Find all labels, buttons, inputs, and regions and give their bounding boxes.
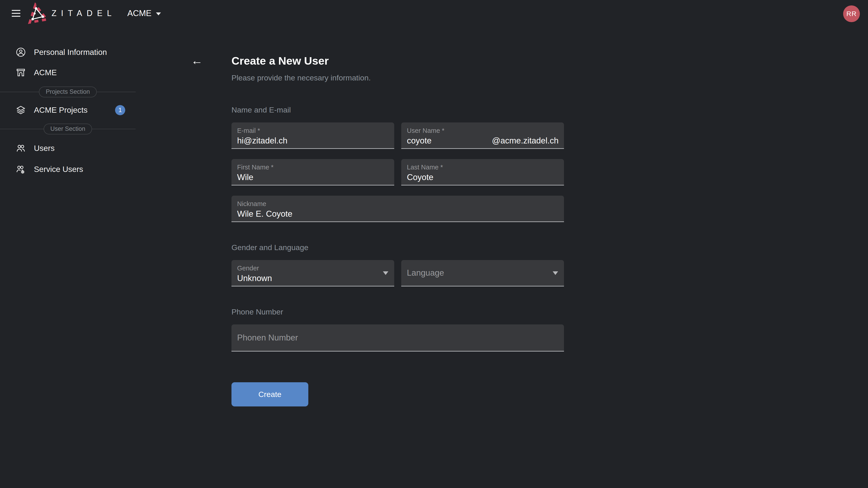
users-icon (16, 143, 26, 153)
lastname-field[interactable]: Last Name * Coyote (401, 159, 564, 186)
sidebar: Personal Information ACME Projects Secti… (0, 27, 135, 488)
arrow-left-icon: ← (191, 54, 203, 67)
sidebar-item-label: ACME Projects (34, 105, 88, 115)
username-label: User Name * (407, 126, 559, 135)
dropdown-arrow-icon (383, 271, 388, 275)
avatar-initials: RR (846, 10, 857, 18)
name-email-grid: E-mail * hi@zitadel.ch User Name * coyot… (231, 123, 564, 222)
create-user-page: Create a New User Please provide the nec… (231, 0, 564, 406)
lastname-value: Coyote (407, 172, 559, 183)
gender-language-grid: Gender Unknown Language (231, 260, 564, 287)
language-placeholder: Language (407, 267, 559, 278)
firstname-value: Wile (237, 172, 389, 183)
brand-wordmark: ZITADEL (52, 9, 116, 18)
layers-icon (16, 105, 26, 115)
sidebar-item-label: Personal Information (34, 48, 107, 57)
hamburger-menu-button[interactable] (12, 9, 20, 17)
phone-field[interactable]: Phonen Number (231, 324, 564, 352)
username-value: coyote (407, 135, 432, 147)
org-selector-label: ACME (127, 8, 151, 18)
section-pill-label: Projects Section (39, 87, 96, 97)
person-circle-icon (16, 47, 26, 57)
nickname-value: Wile E. Coyote (237, 208, 559, 220)
user-avatar[interactable]: RR (843, 5, 860, 22)
dropdown-arrow-icon (553, 271, 558, 275)
section-divider-users: User Section (0, 125, 135, 133)
sidebar-item-label: Service Users (34, 165, 83, 174)
sidebar-item-label: ACME (34, 68, 57, 77)
divider-line (0, 92, 39, 92)
service-users-icon (16, 164, 26, 174)
back-button[interactable]: ← (189, 53, 205, 68)
sidebar-item-acme-projects[interactable]: ACME Projects 1 (0, 100, 135, 120)
nickname-label: Nickname (237, 199, 559, 208)
username-domain-suffix: @acme.zitadel.ch (492, 135, 559, 147)
email-field[interactable]: E-mail * hi@zitadel.ch (231, 123, 394, 149)
sidebar-item-personal-information[interactable]: Personal Information (0, 42, 135, 62)
section-divider-projects: Projects Section (0, 88, 135, 96)
email-value: hi@zitadel.ch (237, 135, 389, 147)
sidebar-item-label: Users (34, 144, 55, 153)
zitadel-logo[interactable]: ZITADEL (26, 2, 116, 24)
firstname-label: First Name * (237, 163, 389, 171)
project-count-badge: 1 (115, 105, 125, 115)
sidebar-item-users[interactable]: Users (0, 138, 135, 158)
org-selector-button[interactable]: ACME (127, 8, 161, 18)
email-label: E-mail * (237, 126, 389, 135)
lastname-label: Last Name * (407, 163, 559, 171)
create-button[interactable]: Create (231, 382, 308, 406)
chevron-down-icon (156, 12, 161, 15)
firstname-field[interactable]: First Name * Wile (231, 159, 394, 186)
section-label-phone: Phone Number (231, 307, 564, 317)
page-title: Create a New User (231, 54, 564, 68)
username-field[interactable]: User Name * coyote @acme.zitadel.ch (401, 123, 564, 149)
sidebar-item-service-users[interactable]: Service Users (0, 160, 135, 179)
section-label-name-email: Name and E-mail (231, 105, 564, 115)
gender-value: Unknown (237, 273, 389, 284)
divider-line (0, 129, 43, 129)
page-subtitle: Please provide the necesary information. (231, 73, 564, 83)
section-pill-label: User Section (43, 124, 92, 134)
zitadel-triangle-icon (26, 2, 48, 24)
sidebar-item-acme[interactable]: ACME (0, 63, 135, 82)
divider-line (92, 129, 135, 129)
section-label-gender-language: Gender and Language (231, 242, 564, 252)
building-arch-icon (16, 68, 26, 77)
gender-select[interactable]: Gender Unknown (231, 260, 394, 287)
phone-placeholder: Phonen Number (237, 332, 559, 343)
divider-line (97, 92, 135, 92)
nickname-field[interactable]: Nickname Wile E. Coyote (231, 196, 564, 222)
gender-label: Gender (237, 264, 389, 272)
language-select[interactable]: Language (401, 260, 564, 287)
